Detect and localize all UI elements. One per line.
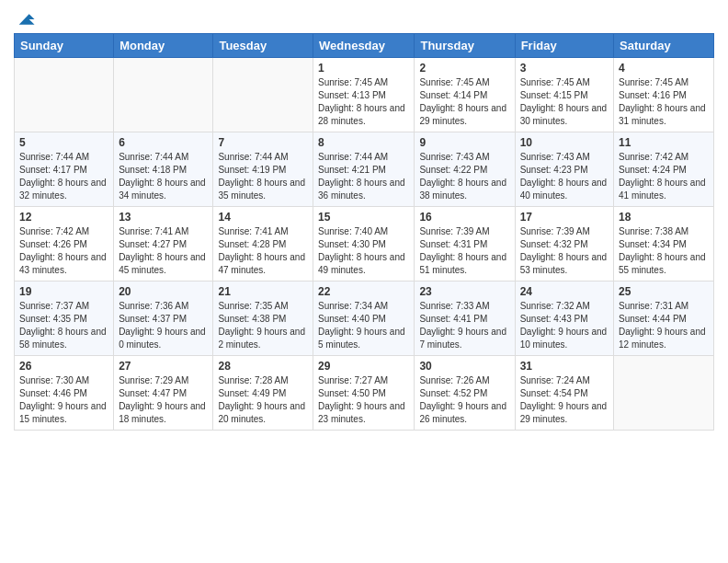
day-info: Sunrise: 7:27 AM Sunset: 4:50 PM Dayligh… [318,374,409,426]
day-info: Sunrise: 7:42 AM Sunset: 4:24 PM Dayligh… [619,151,709,202]
day-number: 29 [318,360,409,373]
calendar-header-thursday: Thursday [415,34,515,58]
day-number: 2 [419,62,509,75]
calendar-header-monday: Monday [114,34,213,58]
day-info: Sunrise: 7:34 AM Sunset: 4:40 PM Dayligh… [318,300,409,351]
day-info: Sunrise: 7:45 AM Sunset: 4:13 PM Dayligh… [318,76,409,128]
day-number: 11 [619,136,709,149]
day-number: 14 [218,211,308,224]
day-info: Sunrise: 7:42 AM Sunset: 4:26 PM Dayligh… [19,225,108,277]
day-info: Sunrise: 7:43 AM Sunset: 4:22 PM Dayligh… [419,151,509,202]
calendar-header-row: SundayMondayTuesdayWednesdayThursdayFrid… [15,34,714,58]
calendar-header-friday: Friday [515,34,613,58]
day-info: Sunrise: 7:43 AM Sunset: 4:23 PM Dayligh… [520,151,609,202]
day-number: 28 [218,360,308,373]
day-info: Sunrise: 7:26 AM Sunset: 4:52 PM Dayligh… [419,374,509,426]
day-number: 25 [619,285,709,298]
calendar-cell: 9Sunrise: 7:43 AM Sunset: 4:22 PM Daylig… [415,132,515,207]
day-number: 9 [419,136,509,149]
calendar-cell: 13Sunrise: 7:41 AM Sunset: 4:27 PM Dayli… [114,207,213,282]
calendar-cell: 26Sunrise: 7:30 AM Sunset: 4:46 PM Dayli… [15,356,114,431]
calendar-cell: 6Sunrise: 7:44 AM Sunset: 4:18 PM Daylig… [114,132,213,207]
day-info: Sunrise: 7:37 AM Sunset: 4:35 PM Dayligh… [19,300,108,351]
calendar-cell: 4Sunrise: 7:45 AM Sunset: 4:16 PM Daylig… [614,58,714,132]
calendar-cell: 18Sunrise: 7:38 AM Sunset: 4:34 PM Dayli… [614,207,714,282]
day-number: 3 [520,62,609,75]
day-info: Sunrise: 7:36 AM Sunset: 4:37 PM Dayligh… [119,300,208,351]
logo [14,9,36,26]
day-number: 20 [119,285,208,298]
header [14,9,714,26]
calendar-cell: 12Sunrise: 7:42 AM Sunset: 4:26 PM Dayli… [15,207,114,282]
calendar-header-wednesday: Wednesday [313,34,415,58]
calendar-cell: 19Sunrise: 7:37 AM Sunset: 4:35 PM Dayli… [15,282,114,356]
calendar-cell [114,58,213,132]
day-number: 8 [318,136,409,149]
day-number: 19 [19,285,108,298]
calendar-cell: 24Sunrise: 7:32 AM Sunset: 4:43 PM Dayli… [515,282,613,356]
day-info: Sunrise: 7:45 AM Sunset: 4:14 PM Dayligh… [419,76,509,128]
logo-icon [16,9,36,29]
day-info: Sunrise: 7:24 AM Sunset: 4:54 PM Dayligh… [520,374,609,426]
day-info: Sunrise: 7:45 AM Sunset: 4:16 PM Dayligh… [619,76,709,128]
calendar-cell: 28Sunrise: 7:28 AM Sunset: 4:49 PM Dayli… [213,356,313,431]
day-number: 30 [419,360,509,373]
day-number: 4 [619,62,709,75]
day-info: Sunrise: 7:38 AM Sunset: 4:34 PM Dayligh… [619,225,709,277]
calendar-cell: 25Sunrise: 7:31 AM Sunset: 4:44 PM Dayli… [614,282,714,356]
day-info: Sunrise: 7:32 AM Sunset: 4:43 PM Dayligh… [520,300,609,351]
day-info: Sunrise: 7:44 AM Sunset: 4:17 PM Dayligh… [19,151,108,202]
day-number: 24 [520,285,609,298]
calendar-week-row: 1Sunrise: 7:45 AM Sunset: 4:13 PM Daylig… [15,58,714,132]
calendar-cell: 10Sunrise: 7:43 AM Sunset: 4:23 PM Dayli… [515,132,613,207]
calendar-week-row: 12Sunrise: 7:42 AM Sunset: 4:26 PM Dayli… [15,207,714,282]
day-number: 23 [419,285,509,298]
day-info: Sunrise: 7:40 AM Sunset: 4:30 PM Dayligh… [318,225,409,277]
day-info: Sunrise: 7:35 AM Sunset: 4:38 PM Dayligh… [218,300,308,351]
day-number: 22 [318,285,409,298]
calendar-table: SundayMondayTuesdayWednesdayThursdayFrid… [14,33,714,431]
day-number: 18 [619,211,709,224]
day-number: 1 [318,62,409,75]
calendar-cell: 17Sunrise: 7:39 AM Sunset: 4:32 PM Dayli… [515,207,613,282]
day-number: 5 [19,136,108,149]
day-info: Sunrise: 7:41 AM Sunset: 4:27 PM Dayligh… [119,225,208,277]
calendar-cell [614,356,714,431]
calendar-cell: 5Sunrise: 7:44 AM Sunset: 4:17 PM Daylig… [15,132,114,207]
calendar-cell [15,58,114,132]
calendar-cell: 21Sunrise: 7:35 AM Sunset: 4:38 PM Dayli… [213,282,313,356]
day-info: Sunrise: 7:41 AM Sunset: 4:28 PM Dayligh… [218,225,308,277]
calendar-week-row: 26Sunrise: 7:30 AM Sunset: 4:46 PM Dayli… [15,356,714,431]
day-number: 15 [318,211,409,224]
calendar-cell: 7Sunrise: 7:44 AM Sunset: 4:19 PM Daylig… [213,132,313,207]
day-info: Sunrise: 7:39 AM Sunset: 4:31 PM Dayligh… [419,225,509,277]
calendar-cell: 31Sunrise: 7:24 AM Sunset: 4:54 PM Dayli… [515,356,613,431]
day-number: 31 [520,360,609,373]
day-number: 13 [119,211,208,224]
calendar-cell: 8Sunrise: 7:44 AM Sunset: 4:21 PM Daylig… [313,132,415,207]
calendar-header-saturday: Saturday [614,34,714,58]
day-info: Sunrise: 7:44 AM Sunset: 4:19 PM Dayligh… [218,151,308,202]
day-info: Sunrise: 7:45 AM Sunset: 4:15 PM Dayligh… [520,76,609,128]
day-number: 26 [19,360,108,373]
day-number: 6 [119,136,208,149]
day-number: 7 [218,136,308,149]
day-info: Sunrise: 7:33 AM Sunset: 4:41 PM Dayligh… [419,300,509,351]
calendar-cell: 1Sunrise: 7:45 AM Sunset: 4:13 PM Daylig… [313,58,415,132]
day-number: 10 [520,136,609,149]
day-info: Sunrise: 7:30 AM Sunset: 4:46 PM Dayligh… [19,374,108,426]
calendar-cell: 20Sunrise: 7:36 AM Sunset: 4:37 PM Dayli… [114,282,213,356]
calendar-cell: 11Sunrise: 7:42 AM Sunset: 4:24 PM Dayli… [614,132,714,207]
day-info: Sunrise: 7:44 AM Sunset: 4:21 PM Dayligh… [318,151,409,202]
day-number: 17 [520,211,609,224]
day-number: 16 [419,211,509,224]
day-info: Sunrise: 7:39 AM Sunset: 4:32 PM Dayligh… [520,225,609,277]
calendar-cell: 29Sunrise: 7:27 AM Sunset: 4:50 PM Dayli… [313,356,415,431]
calendar-week-row: 19Sunrise: 7:37 AM Sunset: 4:35 PM Dayli… [15,282,714,356]
calendar-header-tuesday: Tuesday [213,34,313,58]
calendar-cell: 15Sunrise: 7:40 AM Sunset: 4:30 PM Dayli… [313,207,415,282]
calendar-cell: 3Sunrise: 7:45 AM Sunset: 4:15 PM Daylig… [515,58,613,132]
calendar-cell: 23Sunrise: 7:33 AM Sunset: 4:41 PM Dayli… [415,282,515,356]
day-number: 27 [119,360,208,373]
day-info: Sunrise: 7:29 AM Sunset: 4:47 PM Dayligh… [119,374,208,426]
